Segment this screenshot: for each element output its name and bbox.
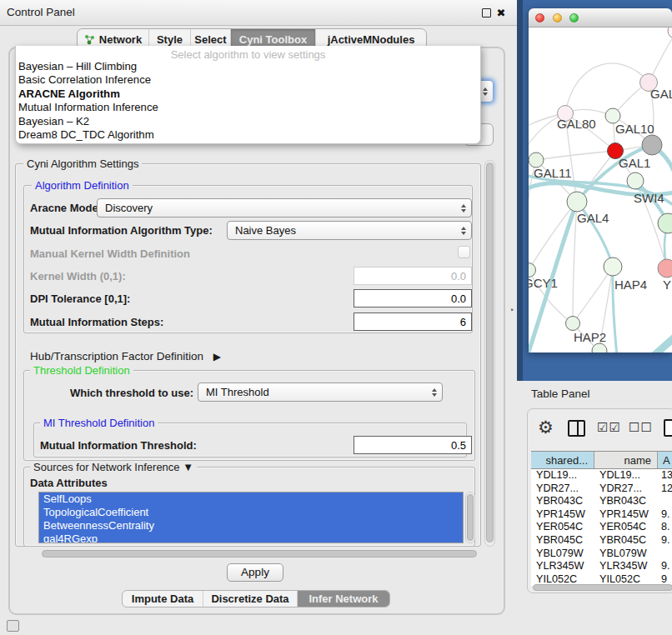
- algorithm-option[interactable]: Dream8 DC_TDC Algorithm: [16, 128, 480, 142]
- table-row[interactable]: YLR345WYLR345W9.: [531, 560, 672, 573]
- network-node-green-r[interactable]: [658, 213, 672, 233]
- float-window-icon[interactable]: [482, 8, 491, 18]
- table-row[interactable]: YDL19...YDL19...13: [531, 469, 672, 482]
- attribute-item[interactable]: SelfLoops: [39, 492, 463, 506]
- network-node-swi4[interactable]: [627, 172, 644, 189]
- apply-button[interactable]: Apply: [227, 563, 283, 582]
- aracne-mode-combo[interactable]: Discovery: [97, 198, 472, 218]
- network-node-gcy1[interactable]: [529, 263, 536, 278]
- algorithm-option[interactable]: Mutual Information Inference: [16, 101, 480, 114]
- table-cell[interactable]: 9.: [658, 508, 672, 522]
- network-node-gal4[interactable]: [567, 192, 587, 212]
- table-row[interactable]: YPR145WYPR145W9.: [531, 508, 672, 522]
- node-label: GAL10: [615, 122, 654, 136]
- group-title: Threshold Definition: [30, 364, 133, 377]
- network-canvas[interactable]: GALGAL80GAL10GAL1GAL11SWI4GAL4GCY1HAP4YH…: [529, 28, 672, 352]
- tab-impute-data[interactable]: Impute Data: [123, 591, 203, 607]
- group-title: Sources for Network Inference ▼: [30, 461, 197, 473]
- tab-label: Select: [194, 33, 226, 46]
- table-cell[interactable]: YBR043C: [594, 495, 658, 508]
- manual-kernel-label: Manual Kernel Width Definition: [30, 248, 190, 260]
- unchecked-pair-icon[interactable]: ☐☐: [629, 420, 653, 435]
- gear-icon[interactable]: ⚙: [538, 418, 554, 438]
- network-node-hap2[interactable]: [566, 317, 580, 331]
- network-node-hap4[interactable]: [604, 258, 622, 276]
- attribute-item[interactable]: BetweennessCentrality: [39, 519, 463, 532]
- panel-resize-handle[interactable]: ‣: [510, 307, 515, 315]
- table-cell[interactable]: 13: [658, 469, 672, 482]
- table-cell[interactable]: YBR043C: [531, 495, 594, 508]
- combo-value: Naive Bayes: [235, 224, 296, 237]
- table-cell[interactable]: YDR27...: [594, 482, 658, 496]
- table-row[interactable]: YER054CYER054C8.: [531, 521, 672, 534]
- column-header[interactable]: name: [594, 452, 658, 468]
- list-scrollbar[interactable]: [465, 492, 475, 543]
- partial-icon[interactable]: [664, 419, 672, 437]
- table-cell[interactable]: YBL079W: [531, 548, 594, 561]
- table-cell[interactable]: [658, 548, 672, 561]
- table-row[interactable]: YBL079WYBL079W: [531, 548, 672, 561]
- table-cell[interactable]: 12: [658, 482, 672, 496]
- network-node-bottom[interactable]: [592, 343, 607, 352]
- table-cell[interactable]: YBR045C: [594, 534, 658, 548]
- attribute-item[interactable]: TopologicalCoefficient: [39, 506, 463, 519]
- table-cell[interactable]: YLR345W: [531, 560, 594, 573]
- table-cell[interactable]: YDL19...: [594, 469, 658, 482]
- algorithm-option[interactable]: Bayesian – Hill Climbing: [16, 60, 480, 73]
- expand-arrow-icon[interactable]: ▶: [213, 351, 221, 362]
- table-cell[interactable]: 9.: [658, 534, 672, 548]
- table-cell[interactable]: YBR045C: [531, 534, 594, 548]
- node-label: GAL11: [534, 166, 572, 180]
- table-row[interactable]: YDR27...YDR27...12: [531, 482, 672, 496]
- table-horizontal-scrollbar[interactable]: [533, 584, 672, 591]
- algorithm-option[interactable]: Bayesian – K2: [16, 115, 480, 128]
- manual-kernel-checkbox[interactable]: [458, 246, 470, 258]
- hub-definition-toggle[interactable]: Hub/Transcription Factor Definition ▶: [30, 350, 221, 362]
- kernel-width-field[interactable]: [354, 267, 472, 285]
- attribute-item[interactable]: gal4RGexp: [39, 532, 463, 543]
- algorithm-selector-popup: Select algorithm to view settings Bayesi…: [15, 46, 481, 144]
- mi-steps-field[interactable]: [354, 312, 472, 331]
- table-cell[interactable]: YER054C: [594, 521, 658, 534]
- network-window[interactable]: GALGAL80GAL10GAL1GAL11SWI4GAL4GCY1HAP4YH…: [529, 8, 672, 352]
- table-cell[interactable]: 9.: [658, 560, 672, 573]
- close-icon[interactable]: ✖: [495, 7, 507, 19]
- close-traffic-light-icon[interactable]: [535, 13, 544, 22]
- algorithm-option[interactable]: Basic Correlation Inference: [16, 73, 480, 87]
- table-row[interactable]: YBR045CYBR045C9.: [531, 534, 672, 548]
- which-threshold-combo[interactable]: MI Threshold: [198, 382, 443, 402]
- zoom-traffic-light-icon[interactable]: [569, 13, 579, 22]
- table-cell[interactable]: YLR345W: [594, 560, 658, 573]
- column-header[interactable]: shared...: [531, 452, 594, 468]
- horizontal-scrollbar[interactable]: [42, 550, 477, 558]
- table-cell[interactable]: YPR145W: [594, 508, 658, 522]
- mi-threshold-field[interactable]: [354, 436, 472, 454]
- table-cell[interactable]: YDL19...: [531, 469, 594, 482]
- mi-algorithm-type-combo[interactable]: Naive Bayes: [227, 221, 472, 240]
- table-cell[interactable]: [658, 495, 672, 508]
- table-cell[interactable]: YBL079W: [594, 548, 658, 561]
- table-cell[interactable]: YDR27...: [531, 482, 594, 496]
- table-row[interactable]: YBR043CYBR043C: [531, 495, 672, 508]
- spinner-up-icon: [461, 204, 466, 208]
- table-cell[interactable]: YER054C: [531, 521, 594, 534]
- minimize-traffic-light-icon[interactable]: [553, 13, 562, 22]
- table-cell[interactable]: YPR145W: [531, 508, 594, 522]
- network-node-gray[interactable]: [642, 135, 662, 155]
- algorithm-option[interactable]: ARACNE Algorithm: [16, 88, 480, 101]
- tab-infer-network[interactable]: Infer Network: [298, 591, 389, 607]
- column-header[interactable]: A: [658, 452, 672, 468]
- network-window-titlebar[interactable]: [529, 8, 672, 28]
- checked-pair-icon[interactable]: ☑☑: [597, 420, 621, 435]
- network-node-salmon[interactable]: [658, 259, 672, 278]
- vertical-scrollbar[interactable]: [484, 160, 495, 547]
- tab-discretize-data[interactable]: Discretize Data: [203, 591, 298, 607]
- table-cell[interactable]: 8.: [658, 521, 672, 534]
- control-panel-titlebar: Control Panel: [0, 0, 517, 26]
- network-node-corner[interactable]: [668, 28, 672, 38]
- dock-corner-icon[interactable]: [7, 620, 19, 632]
- data-attributes-list[interactable]: SelfLoopsTopologicalCoefficientBetweenne…: [38, 492, 464, 543]
- collapse-arrow-icon[interactable]: ▼: [183, 461, 193, 473]
- dpi-tolerance-field[interactable]: [354, 289, 472, 308]
- columns-icon[interactable]: [568, 420, 585, 437]
